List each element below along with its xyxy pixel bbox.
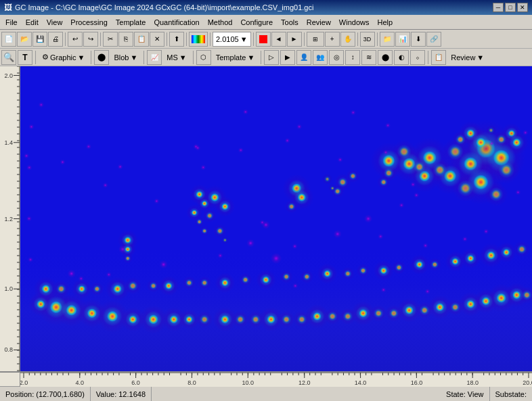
pan-btn[interactable]: ✋ — [340, 32, 355, 47]
review-group-btn[interactable]: Review ▼ — [447, 50, 487, 65]
review-label: Review — [451, 53, 475, 62]
zoom-fit-btn[interactable]: ⊞ — [307, 32, 324, 47]
template-icon-btn[interactable]: ⬡ — [196, 50, 211, 65]
review-icon-btn[interactable]: 📋 — [431, 50, 446, 65]
ms-label: MS — [167, 53, 178, 62]
blob-group-btn[interactable]: Blob ▼ — [110, 50, 141, 65]
tsep6 — [428, 51, 428, 64]
tsep1 — [35, 51, 36, 64]
graphic-label: Graphic — [50, 53, 76, 62]
maximize-button[interactable]: □ — [505, 3, 516, 12]
menu-template[interactable]: Template — [112, 17, 150, 28]
menu-configure[interactable]: Configure — [236, 17, 277, 28]
position-section: Position: (12.700,1.680) — [0, 387, 91, 401]
title-bar-controls[interactable]: ─ □ ✕ — [493, 3, 528, 12]
blob-icon-btn[interactable]: ⬤ — [94, 50, 109, 65]
title-bar-left: 🖼 GC Image - C:\GC Image\GC Image 2024 G… — [4, 3, 313, 12]
minimize-button[interactable]: ─ — [493, 3, 504, 12]
folder2-btn[interactable]: 📁 — [380, 32, 395, 47]
action1-btn[interactable]: ▷ — [264, 50, 279, 65]
menu-bar: File Edit View Processing Template Quant… — [0, 15, 532, 30]
value-label: Value: 12.1648 — [96, 390, 146, 398]
new-button[interactable]: 📄 — [1, 32, 16, 47]
sep9 — [377, 32, 378, 46]
action2-btn[interactable]: ▶ — [280, 50, 295, 65]
graphic-group-btn[interactable]: ⚙ Graphic ▼ — [39, 50, 88, 65]
value-section: Value: 12.1648 — [91, 387, 152, 401]
toolbar2: 🔍 T ⚙ Graphic ▼ ⬤ Blob ▼ 📈 MS ▼ ⬡ Templa… — [0, 49, 532, 66]
undo-button[interactable]: ↩ — [68, 32, 83, 47]
copy-button[interactable]: ⎘ — [118, 32, 133, 47]
paste-button[interactable]: 📋 — [134, 32, 149, 47]
open-button[interactable]: 📂 — [17, 32, 32, 47]
print-button[interactable]: 🖨 — [48, 32, 63, 47]
action7-btn[interactable]: ≋ — [361, 50, 376, 65]
text-btn[interactable]: T — [18, 50, 32, 65]
action3-btn[interactable]: 👤 — [296, 50, 311, 65]
x-ruler-canvas — [20, 373, 532, 387]
graphic-chevron: ▼ — [78, 53, 85, 62]
status-bar: Position: (12.700,1.680) Value: 12.1648 … — [0, 386, 532, 401]
loupe-btn[interactable]: 🔍 — [1, 50, 16, 65]
ruler-corner — [0, 372, 20, 386]
action5-btn[interactable]: ◎ — [329, 50, 344, 65]
menu-method[interactable]: Method — [204, 17, 237, 28]
cut-button[interactable]: ✂ — [103, 32, 118, 47]
zoom-chevron: ▼ — [240, 35, 248, 43]
close-button[interactable]: ✕ — [517, 3, 528, 12]
menu-processing[interactable]: Processing — [66, 17, 111, 28]
substate-section: Substate: — [490, 387, 532, 401]
action8-btn[interactable]: ⬤ — [378, 50, 393, 65]
action4-btn[interactable]: 👥 — [313, 50, 328, 65]
menu-edit[interactable]: Edit — [22, 17, 43, 28]
y-ruler — [0, 66, 20, 371]
tsep3 — [143, 51, 144, 64]
sep1 — [65, 32, 66, 46]
red-square-btn[interactable] — [256, 32, 271, 47]
extra-btn[interactable]: 🔗 — [426, 32, 441, 47]
menu-file[interactable]: File — [1, 17, 22, 28]
tsep5 — [261, 51, 261, 64]
plot-area[interactable] — [20, 66, 532, 371]
title-bar: 🖼 GC Image - C:\GC Image\GC Image 2024 G… — [0, 0, 532, 15]
action10-btn[interactable]: ⬦ — [410, 50, 425, 65]
zoom-dropdown[interactable]: 2.0105 ▼ — [213, 32, 251, 47]
menu-tools[interactable]: Tools — [277, 17, 303, 28]
sep4 — [186, 32, 187, 46]
action9-btn[interactable]: ◐ — [394, 50, 409, 65]
sep8 — [357, 32, 358, 46]
color-icon[interactable] — [189, 32, 208, 47]
ms-chart-btn[interactable]: 📈 — [147, 50, 162, 65]
arrow-left-btn[interactable]: ◄ — [271, 32, 286, 47]
zoom-value: 2.0105 — [216, 35, 239, 43]
3d-btn[interactable]: 3D — [360, 32, 375, 47]
menu-windows[interactable]: Windows — [335, 17, 374, 28]
delete-button[interactable]: ✕ — [150, 32, 164, 47]
ms-group-btn[interactable]: MS ▼ — [163, 50, 190, 65]
blob-label: Blob — [114, 53, 129, 62]
report-btn[interactable]: 📊 — [395, 32, 410, 47]
export-btn[interactable]: ⬇ — [411, 32, 426, 47]
save-button[interactable]: 💾 — [32, 32, 47, 47]
redo-button[interactable]: ↪ — [83, 32, 98, 47]
main-area — [0, 66, 532, 386]
app-icon: 🖼 — [4, 3, 12, 12]
gc-image-canvas[interactable] — [20, 66, 532, 371]
import-button[interactable]: ⬆ — [169, 32, 184, 47]
state-label: State: View — [446, 390, 483, 398]
state-section: State: View — [441, 387, 489, 401]
sep7 — [304, 32, 305, 46]
menu-help[interactable]: Help — [373, 17, 397, 28]
arrow-right-btn[interactable]: ► — [287, 32, 302, 47]
blob-chevron: ▼ — [130, 53, 137, 62]
menu-quantification[interactable]: Quantification — [150, 17, 203, 28]
menu-view[interactable]: View — [43, 17, 67, 28]
sep3 — [167, 32, 167, 46]
template-group-btn[interactable]: Template ▼ — [213, 50, 259, 65]
action6-btn[interactable]: ↕ — [345, 50, 360, 65]
zoom-in-btn[interactable]: + — [325, 32, 340, 47]
title-text: GC Image - C:\GC Image\GC Image 2024 GCx… — [15, 3, 313, 11]
position-label: Position: (12.700,1.680) — [5, 390, 85, 398]
menu-review[interactable]: Review — [303, 17, 335, 28]
ms-chevron: ▼ — [179, 53, 187, 62]
